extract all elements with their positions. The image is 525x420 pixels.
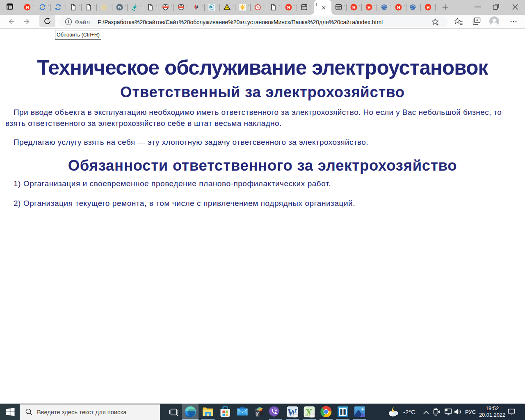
svg-text:Я: Я <box>397 5 400 10</box>
svg-text:Я: Я <box>287 5 290 10</box>
svg-text:Я: Я <box>367 5 370 10</box>
svg-text:Я: Я <box>426 5 429 10</box>
svg-text:W: W <box>117 5 122 9</box>
svg-text:Я: Я <box>352 5 355 10</box>
svg-text:Я: Я <box>25 5 29 10</box>
